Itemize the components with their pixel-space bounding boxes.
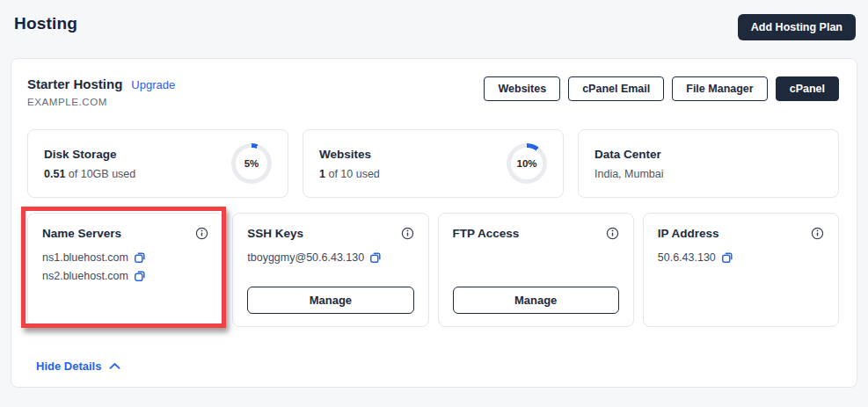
add-hosting-plan-button[interactable]: Add Hosting Plan xyxy=(738,14,856,40)
info-icon[interactable] xyxy=(606,227,619,240)
details-row: Name Servers ns1.bluehost.com ns2.blueho… xyxy=(27,213,839,327)
data-center-card: Data Center India, Mumbai xyxy=(578,129,839,198)
data-center-title: Data Center xyxy=(594,148,664,161)
plan-domain: EXAMPLE.COM xyxy=(27,97,175,107)
disk-storage-usage: 0.51 of 10GB used xyxy=(44,168,135,180)
websites-usage: 1 of 10 used xyxy=(319,168,380,180)
ip-address-card: IP Address 50.6.43.130 xyxy=(643,213,839,327)
name-servers-card: Name Servers ns1.bluehost.com ns2.blueho… xyxy=(27,213,223,327)
plan-actions: Websites cPanel Email File Manager cPane… xyxy=(484,76,839,101)
copy-icon[interactable] xyxy=(134,270,146,282)
ftp-access-card: FTP Access Manage xyxy=(438,213,634,327)
plan-info: Starter Hosting Upgrade EXAMPLE.COM xyxy=(27,76,175,107)
ssh-manage-button[interactable]: Manage xyxy=(247,287,413,314)
copy-icon[interactable] xyxy=(721,251,733,264)
hosting-plan-card: Starter Hosting Upgrade EXAMPLE.COM Webs… xyxy=(11,58,857,388)
ssh-keys-card: SSH Keys tboyggmy@50.6.43.130 Manage xyxy=(232,213,428,327)
nameserver-row: ns2.bluehost.com xyxy=(42,270,208,282)
nameserver-row: ns1.bluehost.com xyxy=(42,251,208,264)
chevron-up-icon[interactable] xyxy=(109,362,120,370)
copy-icon[interactable] xyxy=(369,251,382,264)
page-title: Hosting xyxy=(14,14,77,33)
plan-name: Starter Hosting xyxy=(27,76,122,91)
disk-storage-title: Disk Storage xyxy=(44,148,135,161)
disk-storage-donut: 5% xyxy=(231,143,272,184)
tab-cpanel-email[interactable]: cPanel Email xyxy=(568,76,664,101)
details-toggle[interactable]: Hide Details xyxy=(27,360,839,373)
copy-icon[interactable] xyxy=(134,251,146,264)
upgrade-link[interactable]: Upgrade xyxy=(131,78,175,91)
info-icon[interactable] xyxy=(195,227,208,240)
plan-header: Starter Hosting Upgrade EXAMPLE.COM Webs… xyxy=(27,76,839,107)
info-icon[interactable] xyxy=(401,227,414,240)
data-center-location: India, Mumbai xyxy=(594,168,664,180)
tab-websites[interactable]: Websites xyxy=(484,76,560,101)
hide-details-link[interactable]: Hide Details xyxy=(36,360,101,373)
websites-donut: 10% xyxy=(507,143,547,184)
ftp-manage-button[interactable]: Manage xyxy=(453,287,619,314)
ftp-access-title: FTP Access xyxy=(453,227,520,240)
ssh-keys-title: SSH Keys xyxy=(247,227,303,240)
ip-address-title: IP Address xyxy=(658,227,719,240)
tab-file-manager[interactable]: File Manager xyxy=(672,76,767,101)
tab-cpanel[interactable]: cPanel xyxy=(776,76,839,101)
websites-title: Websites xyxy=(319,148,380,161)
ssh-key-row: tboyggmy@50.6.43.130 xyxy=(247,251,413,264)
name-servers-title: Name Servers xyxy=(42,227,121,240)
ip-address-row: 50.6.43.130 xyxy=(658,251,824,264)
top-bar: Hosting Add Hosting Plan xyxy=(11,12,857,40)
websites-card: Websites 1 of 10 used 10% xyxy=(303,129,564,198)
info-icon[interactable] xyxy=(811,227,824,240)
stats-row: Disk Storage 0.51 of 10GB used 5% Websit… xyxy=(27,129,839,198)
disk-storage-card: Disk Storage 0.51 of 10GB used 5% xyxy=(27,129,288,198)
